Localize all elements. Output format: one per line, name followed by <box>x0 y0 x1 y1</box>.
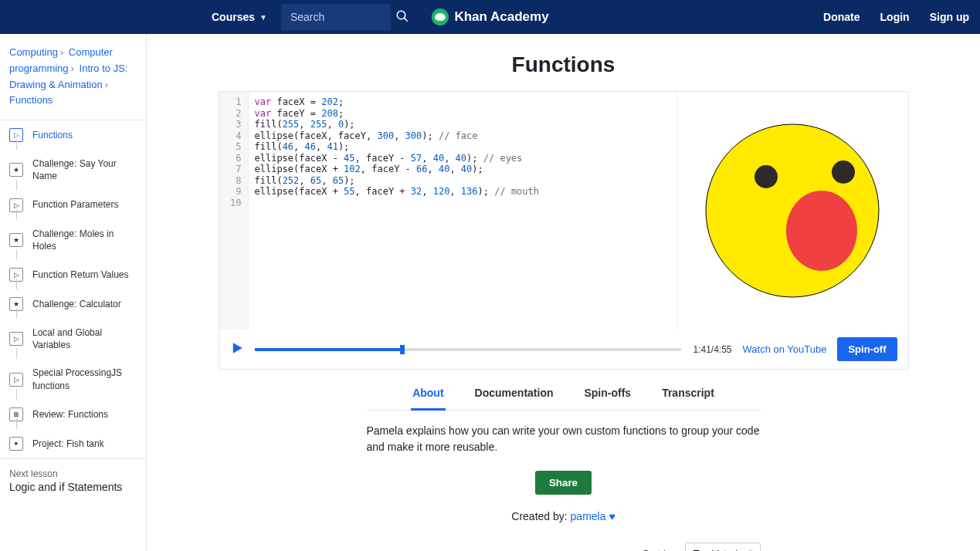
tab-transcript[interactable]: Transcript <box>660 387 716 410</box>
lesson-label: Functions <box>32 129 73 141</box>
tab-about[interactable]: About <box>411 387 445 411</box>
chevron-down-icon: ▼ <box>259 13 267 22</box>
lesson-item[interactable]: ★Challenge: Moles in Holes <box>0 220 146 260</box>
lesson-label: Challenge: Say Your Name <box>32 157 137 182</box>
play-icon: ▷ <box>9 373 23 387</box>
donate-link[interactable]: Donate <box>823 11 860 23</box>
code-player: 12345678910 var faceX = 202; var faceY =… <box>219 91 909 370</box>
next-lesson[interactable]: Next lesson Logic and if Statements <box>0 458 146 512</box>
search-box[interactable] <box>281 4 391 30</box>
proj-icon: ✦ <box>9 437 23 451</box>
info-tabs: AboutDocumentationSpin-offsTranscript <box>367 387 761 411</box>
play-button[interactable] <box>230 341 244 358</box>
created-by: Created by: pamela ♥ <box>511 510 615 522</box>
tab-documentation[interactable]: Documentation <box>473 387 555 410</box>
lesson-label: Special ProcessingJS functions <box>32 367 137 391</box>
lesson-label: Function Parameters <box>32 198 118 211</box>
progress-track[interactable] <box>255 348 683 351</box>
share-button[interactable]: Share <box>535 471 592 495</box>
sort-row: Sort by: Top Voted <box>367 543 761 551</box>
lesson-item[interactable]: ✦Project: Fish tank <box>0 429 146 458</box>
created-by-label: Created by: <box>511 510 570 522</box>
lesson-label: Project: Fish tank <box>32 438 104 450</box>
lesson-item[interactable]: ▷Function Return Values <box>0 260 146 289</box>
top-navbar: Courses ▼ Khan Academy Donate Login Sign… <box>0 0 980 34</box>
breadcrumb-link[interactable]: Computing <box>9 46 58 58</box>
lesson-label: Challenge: Moles in Holes <box>32 228 137 252</box>
watch-on-youtube-link[interactable]: Watch on YouTube <box>743 343 827 355</box>
search-input[interactable] <box>290 11 381 23</box>
sort-label: Sort by: <box>643 548 677 551</box>
lesson-item[interactable]: ▷Special ProcessingJS functions <box>0 359 146 399</box>
lesson-label: Local and Global Variables <box>32 326 137 351</box>
tab-spin-offs[interactable]: Spin-offs <box>582 387 632 410</box>
brand-text: Khan Academy <box>454 9 548 25</box>
lesson-item[interactable]: ▷Local and Global Variables <box>0 319 146 359</box>
code-editor[interactable]: var faceX = 202; var faceY = 208; fill(2… <box>249 92 677 330</box>
about-text: Pamela explains how you can write your o… <box>367 423 761 455</box>
next-lesson-label: Next lesson <box>9 468 137 479</box>
svg-marker-6 <box>232 343 242 353</box>
lesson-label: Function Return Values <box>32 269 129 281</box>
lesson-item[interactable]: ★Challenge: Say Your Name <box>0 150 146 190</box>
leaf-icon <box>431 8 448 25</box>
next-lesson-title: Logic and if Statements <box>9 481 137 493</box>
star-icon: ★ <box>9 163 23 177</box>
courses-label: Courses <box>212 11 255 23</box>
page-title: Functions <box>512 52 615 77</box>
svg-point-0 <box>397 11 405 19</box>
lesson-item[interactable]: ★Challenge: Calculator <box>0 289 146 319</box>
search-icon[interactable] <box>395 9 409 25</box>
sort-select[interactable]: Top Voted <box>685 543 761 551</box>
time-display: 1:41/4:55 <box>693 344 731 355</box>
spinoff-button[interactable]: Spin-off <box>837 337 897 361</box>
svg-point-4 <box>832 161 855 184</box>
courses-dropdown[interactable]: Courses ▼ <box>212 11 267 23</box>
code-output <box>677 92 908 330</box>
lesson-item[interactable]: 🗎Review: Functions <box>0 400 146 429</box>
lesson-item[interactable]: ▷Function Parameters <box>0 191 146 220</box>
breadcrumb: Computing› Computer programming› Intro t… <box>0 34 146 120</box>
brand-logo[interactable]: Khan Academy <box>431 8 548 25</box>
heart-icon: ♥ <box>609 510 615 522</box>
lesson-item[interactable]: ▷Functions <box>0 120 146 150</box>
lesson-label: Review: Functions <box>32 408 108 421</box>
progress-thumb[interactable] <box>400 345 405 354</box>
svg-line-1 <box>404 18 408 22</box>
login-link[interactable]: Login <box>880 11 910 23</box>
lesson-label: Challenge: Calculator <box>32 298 121 310</box>
sidebar: Computing› Computer programming› Intro t… <box>0 34 147 551</box>
player-controls: 1:41/4:55 Watch on YouTube Spin-off <box>219 330 908 369</box>
author-link[interactable]: pamela <box>571 510 606 522</box>
star-icon: ★ <box>9 233 23 247</box>
main-content: Functions 12345678910 var faceX = 202; v… <box>147 34 980 551</box>
signup-link[interactable]: Sign up <box>930 11 969 23</box>
svg-point-3 <box>754 165 778 188</box>
svg-point-5 <box>786 191 857 271</box>
code-gutter: 12345678910 <box>219 92 249 330</box>
breadcrumb-link[interactable]: Functions <box>9 94 53 106</box>
play-icon: ▷ <box>9 332 23 346</box>
